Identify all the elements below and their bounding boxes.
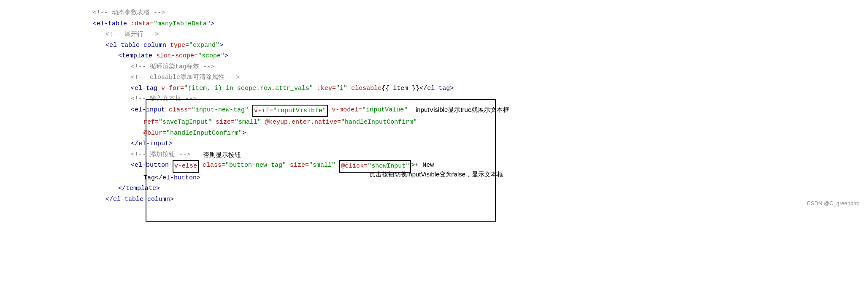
code-line-11: ref="saveTagInput" size="small" @keyup.e… (93, 117, 851, 128)
tag-close: </template> (118, 183, 160, 194)
comment: <!-- 添加按钮 --> (131, 149, 190, 160)
callout-showinput: 点击按钮切换inputVisible变为false，显示文本框 (369, 169, 503, 180)
tag-open: <el-tag (131, 83, 157, 94)
code-line-13: </el-input> (93, 138, 851, 149)
tag-close: > (211, 19, 214, 30)
attr-name: ref= (143, 117, 159, 128)
attr-val: "button-new-tag" (225, 160, 286, 171)
comment: <!-- closable添加可清除属性 --> (131, 72, 240, 83)
tag-close: > (224, 51, 228, 62)
attr-val: "handleInputConfirm" (341, 117, 417, 128)
attr-name: :key= (313, 83, 336, 94)
attr-name: slot-scope= (152, 51, 198, 62)
attr-val: "manyTableData" (154, 19, 211, 30)
comment: <!-- 输入文本框 --> (131, 94, 197, 105)
watermark: CSDN @C_greenbird (807, 199, 860, 208)
code-line-18: </el-table-column> (93, 194, 851, 205)
comment: <!-- 动态参数表格 --> (93, 8, 165, 19)
attr-val: "scope" (198, 51, 224, 62)
attr-val: "handleInputConfirm" (166, 128, 242, 139)
code-area: <!-- 动态参数表格 --> <el-table :data="manyTab… (0, 0, 868, 212)
code-text: Tag</ (143, 173, 162, 184)
attr-val: "input-new-tag" (192, 105, 249, 116)
code-text: > (242, 128, 246, 139)
callout-else-label: 否则显示按钮 (203, 149, 241, 160)
velse-highlight: v-else (173, 160, 199, 173)
attr-name (249, 105, 252, 116)
attr-name: @keyup.enter.native= (261, 117, 341, 128)
tag-open: <el-table-column (105, 40, 166, 51)
code-line-2: <el-table :data="manyTableData"> (93, 19, 851, 30)
tag-name: el-tag (427, 83, 450, 94)
attr-val: "expand" (189, 40, 219, 51)
attr-val: "i" (336, 83, 347, 94)
tag-open: <el-table (93, 19, 127, 30)
tag-open: <template (118, 51, 152, 62)
tag-name: el-button (162, 173, 197, 184)
attr-val: "inputVisible" (273, 107, 326, 114)
attr-name: @blur= (143, 128, 166, 139)
attr-name: v-for= (157, 83, 184, 94)
code-text: > (450, 83, 454, 94)
code-line-5: <template slot-scope="scope"> (93, 51, 851, 62)
attr-name: v-if= (254, 107, 273, 114)
tag-close: </el-input> (131, 138, 173, 149)
code-line-12: @blur="handleInputConfirm"> (93, 128, 851, 139)
vinput-visible-highlight: v-if="inputVisible" (252, 105, 328, 117)
code-line-4: <el-table-column type="expand"> (93, 40, 851, 51)
attr-name: type= (166, 40, 189, 51)
attr-name: size= (286, 160, 309, 171)
code-line-8: <el-tag v-for="(item, i) in scope.row.at… (93, 83, 851, 94)
attr-name (169, 160, 173, 171)
attr-name: @click= (341, 163, 368, 170)
attr-name (335, 160, 339, 171)
attr-name: v-else (174, 163, 197, 170)
tag-open: <el-input (131, 105, 165, 116)
code-text: {{ item }}</ (381, 83, 427, 94)
attr-name: v-model= (328, 105, 362, 116)
attr-name: class= (165, 105, 192, 116)
code-line-7: <!-- closable添加可清除属性 --> (93, 72, 851, 83)
attr-name: closable (347, 83, 381, 94)
code-line-9: <!-- 输入文本框 --> (93, 94, 851, 105)
code-text: > (197, 173, 200, 184)
attr-val: "saveTagInput" (159, 117, 212, 128)
code-line-3: <!-- 展开行 --> (93, 29, 851, 40)
attr-name: class= (199, 160, 225, 171)
code-line-17: </template> (93, 183, 851, 194)
attr-name: size= (212, 117, 235, 128)
comment: <!-- 循环渲染tag标签 --> (131, 62, 214, 73)
attr-name: :data= (127, 19, 154, 30)
attr-val: "inputValue" (362, 105, 408, 116)
attr-val: "small" (309, 160, 335, 171)
comment: <!-- 展开行 --> (105, 29, 159, 40)
code-line-6: <!-- 循环渲染tag标签 --> (93, 62, 851, 73)
attr-val: "(item, i) in scope.row.attr_vals" (184, 83, 313, 94)
callout-inputvisible: inputVisible显示true就展示文本框 (416, 104, 509, 115)
tag-close: > (219, 40, 223, 51)
attr-val: "small" (235, 117, 261, 128)
tag-close: </el-table-column> (105, 194, 174, 205)
code-line-14: <!-- 添加按钮 --> 否则显示按钮 (93, 149, 851, 160)
code-line-1: <!-- 动态参数表格 --> (93, 8, 851, 19)
tag-open: <el-button (131, 160, 169, 171)
